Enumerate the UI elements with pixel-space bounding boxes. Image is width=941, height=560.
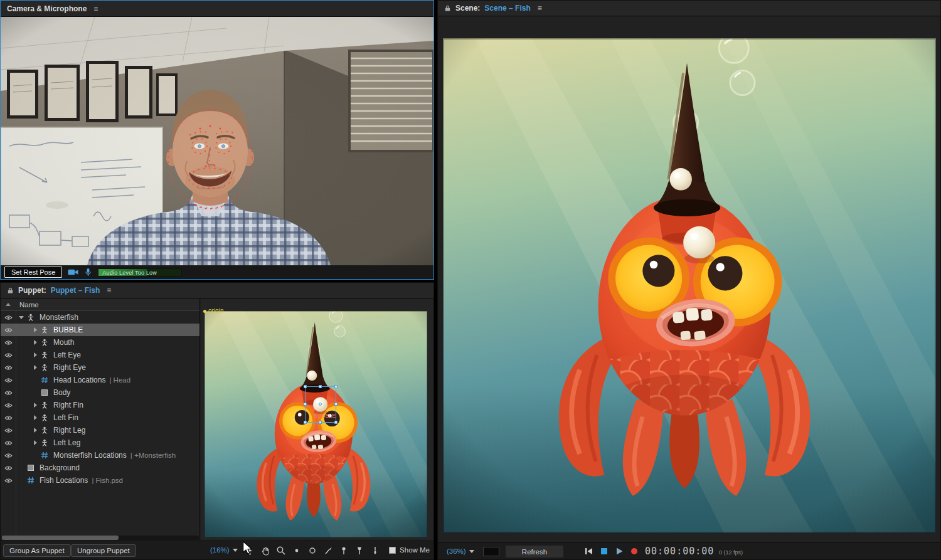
layer-visibility-eye-icon[interactable] <box>1 374 16 386</box>
disclosure-collapsed-icon[interactable] <box>29 440 41 445</box>
layer-row-left-eye[interactable]: Left Eye <box>1 349 199 361</box>
layer-name: Body <box>53 388 70 397</box>
layer-visibility-eye-icon[interactable] <box>1 411 16 424</box>
layer-row-left-fin[interactable]: Left Fin <box>1 411 199 424</box>
layer-visibility-eye-icon[interactable] <box>1 324 16 336</box>
origin-marker-dot[interactable] <box>203 310 206 313</box>
locations-layer-icon <box>41 376 51 384</box>
tree-horizontal-scrollbar[interactable] <box>2 536 199 540</box>
show-me-checkbox[interactable] <box>389 547 396 554</box>
select-tool-icon[interactable] <box>244 545 255 556</box>
selection-handle-ne[interactable] <box>334 385 338 388</box>
refresh-button[interactable]: Refresh <box>506 546 563 557</box>
selection-handle-se[interactable] <box>334 421 338 424</box>
puppet-name-link[interactable]: Puppet – Fish <box>51 286 100 295</box>
selection-layer-label: BUBBLE <box>314 413 336 419</box>
group-as-puppet-button[interactable]: Group As Puppet <box>3 544 71 557</box>
selection-handle-w[interactable] <box>304 403 307 406</box>
hand-tool-icon[interactable] <box>260 545 271 556</box>
selection-handle-sw[interactable] <box>304 421 307 424</box>
layer-row-mouth[interactable]: Mouth <box>1 336 199 349</box>
layer-row-right-fin[interactable]: Right Fin <box>1 399 199 411</box>
layer-visibility-eye-icon[interactable] <box>1 436 16 449</box>
microphone-icon[interactable] <box>84 268 92 277</box>
scene-zoom-dropdown[interactable]: (36%) <box>447 547 474 555</box>
selection-handle-center[interactable] <box>319 403 322 406</box>
layer-row-body[interactable]: Body <box>1 386 199 399</box>
panel-menu-icon[interactable]: ≡ <box>107 286 111 295</box>
layer-row-bubble[interactable]: BUBBLE <box>1 324 199 336</box>
selection-handle-s[interactable] <box>319 421 322 424</box>
disclosure-collapsed-icon[interactable] <box>29 352 41 357</box>
scene-name-link[interactable]: Scene – Fish <box>484 4 530 13</box>
puppet-preview-canvas[interactable]: origin BUBBLE <box>201 298 433 541</box>
layer-row-head-locations[interactable]: Head Locations| Head <box>1 374 199 386</box>
puppet-artwork[interactable] <box>205 311 427 537</box>
puppet-layer-tree[interactable]: Name MonsterfishBUBBLEMouthLeft EyeRight… <box>1 298 200 541</box>
layer-row-monsterfish-locations[interactable]: Monsterfish Locations| +Monsterfish <box>1 449 199 462</box>
disclosure-collapsed-icon[interactable] <box>29 340 41 345</box>
layer-name: Monsterfish <box>40 313 78 322</box>
layer-visibility-eye-icon[interactable] <box>1 399 16 411</box>
layer-visibility-eye-icon[interactable] <box>1 361 16 374</box>
bubble-selection-box[interactable]: BUBBLE <box>305 386 336 423</box>
disclosure-collapsed-icon[interactable] <box>29 403 41 408</box>
audio-level-meter: Audio Level Too Low <box>98 268 182 277</box>
stick-tool-icon[interactable] <box>354 545 365 556</box>
zoom-tool-icon[interactable] <box>275 545 287 556</box>
audio-level-text: Audio Level Too Low <box>102 270 157 276</box>
layer-visibility-eye-icon[interactable] <box>1 462 16 474</box>
panel-menu-icon[interactable]: ≡ <box>93 4 98 13</box>
stop-button[interactable] <box>599 546 609 556</box>
layer-visibility-eye-icon[interactable] <box>1 311 16 324</box>
puppet-panel-header[interactable]: Puppet: Puppet – Fish ≡ <box>1 283 433 298</box>
layer-visibility-eye-icon[interactable] <box>1 349 16 361</box>
layer-name: Right Leg <box>53 426 85 435</box>
panel-menu-icon[interactable]: ≡ <box>538 4 542 13</box>
disclosure-collapsed-icon[interactable] <box>29 365 41 370</box>
play-button[interactable] <box>614 546 624 556</box>
layer-visibility-eye-icon[interactable] <box>1 336 16 349</box>
scene-panel-header[interactable]: Scene: Scene – Fish ≡ <box>438 1 940 16</box>
puppet-zoom-dropdown[interactable]: (16%) <box>210 546 238 554</box>
layer-row-right-eye[interactable]: Right Eye <box>1 361 199 374</box>
selection-handle-n[interactable] <box>319 385 322 388</box>
lock-icon[interactable] <box>7 287 14 294</box>
scrollbar-thumb[interactable] <box>2 536 119 540</box>
ungroup-puppet-button[interactable]: Ungroup Puppet <box>71 544 136 557</box>
circle-handle-tool-icon[interactable] <box>307 545 318 556</box>
disclosure-collapsed-icon[interactable] <box>29 415 41 420</box>
transport-controls <box>584 546 639 556</box>
layer-row-right-leg[interactable]: Right Leg <box>1 424 199 436</box>
timecode-display[interactable]: 00:00:00:00 <box>645 546 714 557</box>
layer-visibility-eye-icon[interactable] <box>1 474 16 487</box>
sort-up-icon[interactable] <box>6 303 11 306</box>
pin-tool-icon[interactable] <box>338 545 349 556</box>
layer-visibility-eye-icon[interactable] <box>1 424 16 436</box>
puppet-icon <box>27 314 38 321</box>
scene-viewport[interactable] <box>439 17 940 542</box>
go-to-start-button[interactable] <box>584 546 594 556</box>
lock-icon[interactable] <box>444 4 451 12</box>
scene-artwork[interactable] <box>443 38 936 533</box>
dagger-tool-icon[interactable] <box>322 545 334 556</box>
disclosure-expanded-icon[interactable] <box>16 316 27 319</box>
layer-visibility-eye-icon[interactable] <box>1 386 16 399</box>
camera-panel-header[interactable]: Camera & Microphone ≡ <box>1 1 433 17</box>
camera-icon[interactable] <box>68 268 78 277</box>
set-rest-pose-button[interactable]: Set Rest Pose <box>4 267 62 278</box>
handle-tool-icon[interactable] <box>291 545 302 556</box>
name-column-header[interactable]: Name <box>1 298 199 311</box>
background-color-swatch[interactable] <box>483 547 499 556</box>
disclosure-collapsed-icon[interactable] <box>29 428 41 433</box>
record-button[interactable] <box>629 546 639 556</box>
selection-handle-e[interactable] <box>334 403 338 406</box>
layer-row-background[interactable]: Background <box>1 462 199 474</box>
layer-visibility-eye-icon[interactable] <box>1 449 16 462</box>
layer-row-monsterfish[interactable]: Monsterfish <box>1 311 199 324</box>
dangle-tool-icon[interactable] <box>369 545 381 556</box>
layer-row-left-leg[interactable]: Left Leg <box>1 436 199 449</box>
selection-handle-nw[interactable] <box>304 385 307 388</box>
disclosure-collapsed-icon[interactable] <box>29 327 41 332</box>
layer-row-fish-locations[interactable]: Fish Locations| Fish.psd <box>1 474 199 487</box>
